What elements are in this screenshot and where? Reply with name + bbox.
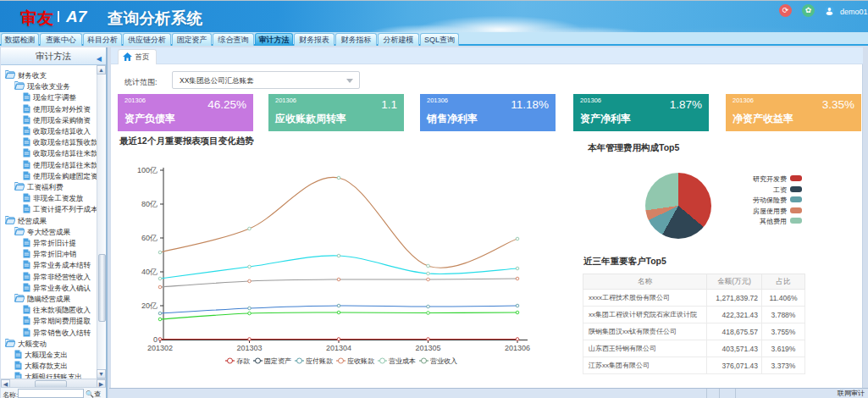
svg-text:营业收入: 营业收入 (430, 357, 457, 365)
svg-text:应付账款: 应付账款 (306, 357, 333, 365)
svg-text:存款: 存款 (236, 357, 250, 365)
svg-text:营业成本: 营业成本 (389, 357, 416, 365)
svg-text:固定资产: 固定资产 (264, 357, 291, 365)
svg-text:100亿: 100亿 (137, 166, 158, 174)
svg-text:80亿: 80亿 (141, 200, 158, 208)
svg-text:应收账款: 应收账款 (347, 357, 374, 365)
svg-text:201303: 201303 (236, 344, 262, 352)
svg-text:20亿: 20亿 (141, 301, 158, 310)
svg-text:201305: 201305 (415, 344, 440, 352)
svg-text:201306: 201306 (505, 344, 530, 352)
svg-text:201304: 201304 (326, 344, 351, 352)
svg-text:60亿: 60亿 (141, 234, 158, 242)
svg-text:40亿: 40亿 (141, 268, 158, 276)
svg-text:0: 0 (153, 335, 158, 344)
svg-text:201302: 201302 (147, 344, 173, 352)
